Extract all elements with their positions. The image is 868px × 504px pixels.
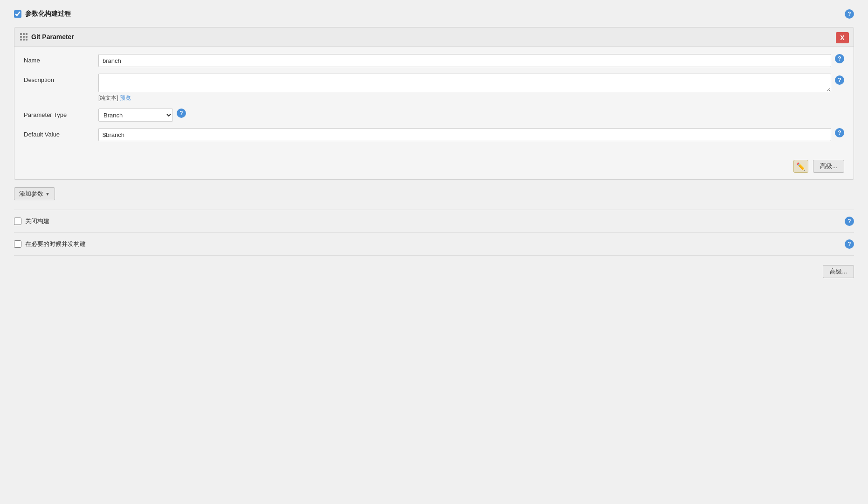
panel-advanced-button[interactable]: 高级...: [813, 160, 844, 173]
drag-handle-icon: [20, 33, 28, 41]
disable-build-label: 关闭构建: [25, 217, 49, 225]
disable-build-help-icon[interactable]: ?: [845, 217, 854, 226]
description-help-icon[interactable]: ?: [835, 75, 844, 85]
plain-text-label: [纯文本]: [98, 95, 118, 101]
parameter-type-help-icon[interactable]: ?: [177, 109, 186, 118]
panel-actions: ✏️ 高级...: [14, 155, 854, 179]
name-input[interactable]: [98, 54, 831, 67]
final-advanced-button[interactable]: 高级...: [823, 265, 854, 278]
name-row: Name ?: [24, 54, 844, 67]
edit-icon-button[interactable]: ✏️: [793, 160, 808, 173]
concurrent-build-checkbox[interactable]: [14, 240, 21, 248]
add-param-row: 添加参数 ▼: [14, 187, 854, 200]
git-parameter-panel: X Git Parameter Name ? Description: [14, 27, 854, 180]
bottom-section: 关闭构建 ? 在必要的时候并发构建 ?: [14, 210, 854, 256]
default-value-help-icon[interactable]: ?: [835, 128, 844, 137]
description-textarea[interactable]: [98, 74, 831, 92]
final-advanced-row: 高级...: [14, 265, 854, 278]
add-param-label: 添加参数: [19, 190, 43, 198]
disable-build-checkbox[interactable]: [14, 218, 21, 225]
parameter-type-select[interactable]: Branch Tag Revision Pull Request: [98, 109, 173, 122]
close-button[interactable]: X: [836, 32, 849, 43]
concurrent-build-row: 在必要的时候并发构建 ?: [14, 232, 854, 256]
default-value-label: Default Value: [24, 128, 98, 138]
concurrent-build-label: 在必要的时候并发构建: [25, 240, 86, 248]
page-title: 参数化构建过程: [25, 10, 71, 18]
default-value-row: Default Value ?: [24, 128, 844, 141]
panel-header: Git Parameter: [14, 27, 854, 47]
description-label: Description: [24, 74, 98, 83]
concurrent-build-help-icon[interactable]: ?: [845, 239, 854, 249]
name-help-icon[interactable]: ?: [835, 54, 844, 63]
parameter-type-label: Parameter Type: [24, 109, 98, 118]
disable-build-row: 关闭构建 ?: [14, 210, 854, 232]
parameterize-checkbox[interactable]: [14, 10, 21, 18]
add-param-button[interactable]: 添加参数 ▼: [14, 187, 55, 200]
top-help-icon[interactable]: ?: [845, 9, 854, 19]
dropdown-arrow-icon: ▼: [45, 191, 50, 197]
panel-title: Git Parameter: [31, 33, 74, 41]
preview-link[interactable]: 预览: [120, 95, 131, 101]
name-label: Name: [24, 54, 98, 64]
description-meta: [纯文本] 预览: [98, 94, 831, 102]
top-section: 参数化构建过程 ?: [14, 9, 854, 19]
parameter-type-row: Parameter Type Branch Tag Revision Pull …: [24, 109, 844, 122]
form-area: Name ? Description [纯文本] 预览: [14, 47, 854, 155]
description-row: Description [纯文本] 预览 ?: [24, 74, 844, 102]
default-value-input[interactable]: [98, 128, 831, 141]
